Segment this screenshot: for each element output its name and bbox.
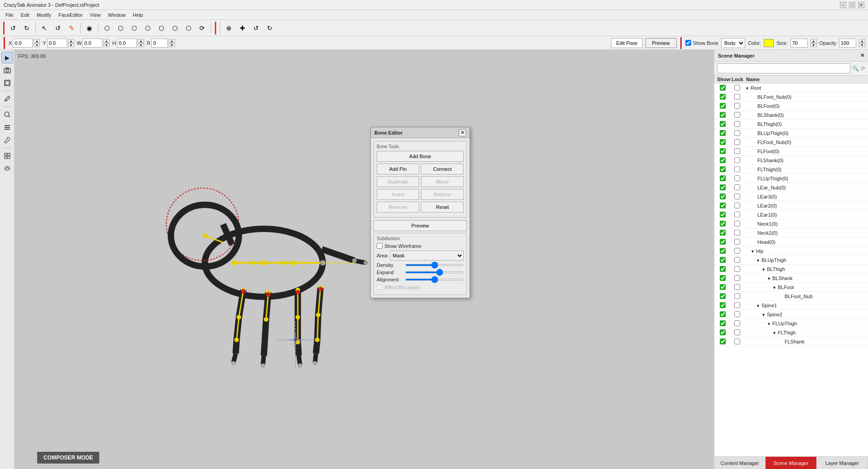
tree-show-checkbox[interactable] <box>720 212 726 218</box>
tree-expand-icon[interactable]: ▼ <box>761 313 766 317</box>
tree-show-checkbox[interactable] <box>720 175 726 181</box>
bone-preview-button[interactable]: Preview <box>373 220 467 231</box>
tree-name-cell[interactable]: BLThigh(0) <box>744 121 867 127</box>
tree-name-cell[interactable]: ▼Spine2 <box>744 312 867 317</box>
tree-name-cell[interactable]: ▼FLUpThigh <box>744 321 867 326</box>
menu-help[interactable]: Help <box>129 11 147 19</box>
tool-e[interactable]: ⬡ <box>155 22 168 34</box>
tree-name-cell[interactable]: Neck2(0) <box>744 230 867 236</box>
menu-faceeditor[interactable]: FaceEditor <box>55 11 86 19</box>
tree-lock-checkbox[interactable] <box>734 248 740 254</box>
tree-lock-checkbox[interactable] <box>734 275 740 281</box>
tree-name-cell[interactable]: ▼Spine1 <box>744 303 867 308</box>
show-bone-checkbox[interactable] <box>685 40 691 46</box>
tool-h[interactable]: ⟳ <box>196 22 209 34</box>
tool-l[interactable]: ↻ <box>263 22 276 34</box>
sidebar-list[interactable] <box>1 121 13 133</box>
tree-name-cell[interactable]: FLFoot_Nub(0) <box>744 140 867 145</box>
tree-lock-checkbox[interactable] <box>734 311 740 317</box>
size-spin-down[interactable]: ▼ <box>810 43 817 47</box>
tree-lock-checkbox[interactable] <box>734 148 740 154</box>
edit-pose-button[interactable]: Edit Pose <box>611 38 642 48</box>
tree-expand-icon[interactable]: ▼ <box>767 322 771 326</box>
undo-button[interactable]: ↺ <box>7 22 19 34</box>
tree-show-checkbox[interactable] <box>720 203 726 208</box>
tree-lock-checkbox[interactable] <box>734 320 740 326</box>
tree-name-cell[interactable]: FLShank(0) <box>744 158 867 163</box>
tree-name-cell[interactable]: LEar1(0) <box>744 212 867 218</box>
tree-name-cell[interactable]: BLUpThigh(0) <box>744 131 867 136</box>
tree-show-checkbox[interactable] <box>720 94 726 100</box>
w-spin-up[interactable]: ▲ <box>103 39 110 43</box>
connect-button[interactable]: Connect <box>421 164 464 174</box>
x-input[interactable] <box>13 39 33 48</box>
sidebar-wrench[interactable] <box>1 134 13 146</box>
tree-name-cell[interactable]: ▼BLUpThigh <box>744 257 867 263</box>
tree-name-cell[interactable]: FLFoot(0) <box>744 149 867 154</box>
menu-view[interactable]: View <box>86 11 104 19</box>
tree-lock-checkbox[interactable] <box>734 103 740 109</box>
tree-show-checkbox[interactable] <box>720 112 726 118</box>
tree-show-checkbox[interactable] <box>720 166 726 172</box>
tree-lock-checkbox[interactable] <box>734 293 740 299</box>
tree-lock-checkbox[interactable] <box>734 329 740 335</box>
select-tool[interactable]: ↖ <box>38 22 51 34</box>
tree-lock-checkbox[interactable] <box>734 257 740 263</box>
y-spin-up[interactable]: ▲ <box>68 39 74 43</box>
sidebar-layers[interactable] <box>1 163 13 174</box>
menu-file[interactable]: File <box>2 11 17 19</box>
tree-expand-icon[interactable]: ▼ <box>767 276 771 281</box>
menu-modify[interactable]: Modify <box>33 11 55 19</box>
tree-show-checkbox[interactable] <box>720 221 726 227</box>
tree-name-cell[interactable]: Neck1(0) <box>744 221 867 227</box>
tree-name-cell[interactable]: LEar3(0) <box>744 194 867 199</box>
expand-slider[interactable] <box>405 271 464 273</box>
tree-expand-icon[interactable]: ▼ <box>772 331 776 335</box>
w-spin-down[interactable]: ▼ <box>103 43 110 47</box>
tree-show-checkbox[interactable] <box>720 239 726 245</box>
tree-show-checkbox[interactable] <box>720 193 726 199</box>
tree-name-cell[interactable]: LEar2(0) <box>744 203 867 208</box>
tree-lock-checkbox[interactable] <box>734 139 740 145</box>
sidebar-grid[interactable] <box>1 150 13 162</box>
tree-lock-checkbox[interactable] <box>734 302 740 308</box>
size-spin-up[interactable]: ▲ <box>810 39 817 43</box>
tree-lock-checkbox[interactable] <box>734 112 740 118</box>
tree-lock-checkbox[interactable] <box>734 166 740 172</box>
show-wireframe-checkbox[interactable] <box>377 243 383 249</box>
tree-show-checkbox[interactable] <box>720 248 726 254</box>
scene-search-input[interactable] <box>717 63 850 73</box>
tree-show-checkbox[interactable] <box>720 266 726 272</box>
menu-window[interactable]: Window <box>104 11 129 19</box>
tree-lock-checkbox[interactable] <box>734 203 740 208</box>
preview-button[interactable]: Preview <box>645 38 677 48</box>
body-select[interactable]: Body Head Arm Leg <box>721 38 745 48</box>
h-input[interactable] <box>117 39 137 48</box>
tree-show-checkbox[interactable] <box>720 320 726 326</box>
h-spin-down[interactable]: ▼ <box>138 43 144 47</box>
tree-lock-checkbox[interactable] <box>734 239 740 245</box>
sidebar-search[interactable] <box>1 109 13 121</box>
magnet-tool[interactable]: ◉ <box>83 22 96 34</box>
y-input[interactable] <box>47 39 67 48</box>
insert-button[interactable]: Insert <box>377 189 419 200</box>
color-swatch[interactable] <box>764 39 774 47</box>
tree-name-cell[interactable]: ▼Root <box>744 85 867 91</box>
tree-show-checkbox[interactable] <box>720 329 726 335</box>
opacity-spin-down[interactable]: ▼ <box>859 43 865 47</box>
tool-a[interactable]: ⬡ <box>101 22 113 34</box>
scene-manager-close[interactable]: ✕ <box>860 53 864 58</box>
x-spin-up[interactable]: ▲ <box>34 39 40 43</box>
duplicate-button[interactable]: Duplicate <box>377 176 419 187</box>
tree-show-checkbox[interactable] <box>720 275 726 281</box>
tree-lock-checkbox[interactable] <box>734 157 740 163</box>
r-spin-down[interactable]: ▼ <box>169 43 175 47</box>
tree-expand-icon[interactable]: ▼ <box>756 258 760 263</box>
sidebar-play[interactable]: ▶ <box>1 52 13 63</box>
tree-lock-checkbox[interactable] <box>734 193 740 199</box>
tab-layer-manager[interactable]: Layer Manager <box>817 457 868 469</box>
x-spin-down[interactable]: ▼ <box>34 43 40 47</box>
tree-name-cell[interactable]: Head(0) <box>744 239 867 245</box>
sidebar-camera[interactable] <box>1 64 13 76</box>
tree-show-checkbox[interactable] <box>720 157 726 163</box>
